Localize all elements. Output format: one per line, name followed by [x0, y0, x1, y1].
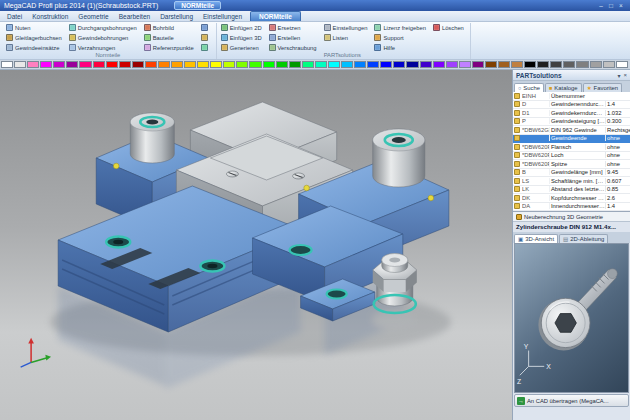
- tab-normteile[interactable]: NORMteile: [250, 11, 301, 21]
- preview-tab[interactable]: ▣3D-Ansicht: [514, 234, 558, 243]
- palette-color-swatch[interactable]: [420, 61, 432, 68]
- property-row[interactable]: D1Gewindekerndurchmesser [mm]1.032: [513, 109, 630, 118]
- ribbon-button[interactable]: Einstellungen: [322, 23, 370, 32]
- menu-item[interactable]: Konstruktion: [27, 12, 73, 21]
- ribbon-button[interactable]: Einfügen 3D: [219, 33, 264, 42]
- palette-color-swatch[interactable]: [576, 61, 588, 68]
- palette-color-swatch[interactable]: [66, 61, 78, 68]
- ribbon-button[interactable]: Generieren: [219, 43, 264, 52]
- palette-color-swatch[interactable]: [289, 61, 301, 68]
- ribbon-button[interactable]: Gewindeeinsätze: [4, 43, 64, 52]
- property-row[interactable]: *DBW62GPT4DIN 962 GewindeRechtsgew...: [513, 126, 630, 135]
- preview-tab[interactable]: ▤2D-Ableitung: [559, 234, 608, 243]
- ribbon-button[interactable]: Durchgangsbohrungen: [67, 23, 139, 32]
- palette-color-swatch[interactable]: [393, 61, 405, 68]
- palette-color-swatch[interactable]: [498, 61, 510, 68]
- palette-color-swatch[interactable]: [616, 61, 628, 68]
- palette-color-swatch[interactable]: [249, 61, 261, 68]
- palette-color-swatch[interactable]: [341, 61, 353, 68]
- ribbon-button[interactable]: Löschen: [431, 23, 466, 32]
- ribbon-button[interactable]: Bauteile: [142, 33, 196, 42]
- ribbon-button[interactable]: Ersetzen: [267, 23, 319, 32]
- property-row[interactable]: DGewindenenndurchmesser [mm]1.4: [513, 101, 630, 110]
- panel-tab[interactable]: ○Suche: [514, 83, 544, 92]
- property-row[interactable]: Gewindeendeohne: [513, 135, 630, 144]
- property-row[interactable]: DKKopfdurchmesser max. [mm]2.6: [513, 194, 630, 203]
- ribbon-button[interactable]: Gleitlagerbuchsen: [4, 33, 64, 42]
- active-tab-badge[interactable]: NORMteile: [174, 1, 221, 10]
- palette-color-swatch[interactable]: [446, 61, 458, 68]
- palette-color-swatch[interactable]: [79, 61, 91, 68]
- palette-color-swatch[interactable]: [236, 61, 248, 68]
- palette-color-swatch[interactable]: [210, 61, 222, 68]
- property-row[interactable]: DAInnendurchmesser der ...1.4: [513, 203, 630, 212]
- ribbon-button[interactable]: Nuten: [4, 23, 64, 32]
- palette-color-swatch[interactable]: [537, 61, 549, 68]
- palette-color-swatch[interactable]: [485, 61, 497, 68]
- palette-color-swatch[interactable]: [524, 61, 536, 68]
- palette-color-swatch[interactable]: [354, 61, 366, 68]
- menu-item[interactable]: Datei: [2, 12, 27, 21]
- palette-color-swatch[interactable]: [158, 61, 170, 68]
- panel-tab[interactable]: ★Favoriten: [583, 83, 623, 92]
- palette-color-swatch[interactable]: [406, 61, 418, 68]
- palette-color-swatch[interactable]: [106, 61, 118, 68]
- palette-color-swatch[interactable]: [171, 61, 183, 68]
- preview-3d[interactable]: Y X Z: [514, 243, 629, 393]
- maximize-icon[interactable]: □: [606, 2, 616, 9]
- ribbon-button[interactable]: [199, 23, 212, 32]
- palette-color-swatch[interactable]: [53, 61, 65, 68]
- menu-item[interactable]: Einstellungen: [198, 12, 247, 21]
- property-row[interactable]: *DBW620PT1Flanschohne: [513, 143, 630, 152]
- palette-color-swatch[interactable]: [132, 61, 144, 68]
- ribbon-button[interactable]: Verschraubung: [267, 43, 319, 52]
- ribbon-button[interactable]: Hilfe: [372, 43, 428, 52]
- palette-color-swatch[interactable]: [40, 61, 52, 68]
- ribbon-button[interactable]: Verzahnungen: [67, 43, 139, 52]
- property-row[interactable]: *DBW620PT2Lochohne: [513, 152, 630, 161]
- panel-close-icon[interactable]: ×: [623, 72, 627, 79]
- ribbon-button[interactable]: Einfügen 2D: [219, 23, 264, 32]
- palette-color-swatch[interactable]: [14, 61, 26, 68]
- palette-color-swatch[interactable]: [197, 61, 209, 68]
- palette-color-swatch[interactable]: [263, 61, 275, 68]
- palette-color-swatch[interactable]: [563, 61, 575, 68]
- recalc-geometry-button[interactable]: Neuberechnung 3D Geometrie: [513, 212, 630, 222]
- close-icon[interactable]: ×: [616, 2, 626, 9]
- palette-color-swatch[interactable]: [328, 61, 340, 68]
- ribbon-button[interactable]: [199, 33, 212, 42]
- ribbon-button[interactable]: Erstellen: [267, 33, 319, 42]
- palette-color-swatch[interactable]: [302, 61, 314, 68]
- property-row[interactable]: *DBW620PT3Spitzeohne: [513, 160, 630, 169]
- panel-menu-icon[interactable]: ▾: [617, 72, 620, 79]
- palette-color-swatch[interactable]: [511, 61, 523, 68]
- palette-color-swatch[interactable]: [119, 61, 131, 68]
- ribbon-button[interactable]: Support: [372, 33, 428, 42]
- palette-color-swatch[interactable]: [315, 61, 327, 68]
- transfer-to-cad-button[interactable]: → An CAD übertragen (MegaCA...: [514, 394, 629, 407]
- palette-color-swatch[interactable]: [590, 61, 602, 68]
- palette-color-swatch[interactable]: [223, 61, 235, 68]
- ribbon-button[interactable]: Referenzpunkte: [142, 43, 196, 52]
- palette-color-swatch[interactable]: [184, 61, 196, 68]
- minimize-icon[interactable]: –: [596, 2, 606, 9]
- menu-item[interactable]: Bearbeiten: [114, 12, 155, 21]
- palette-color-swatch[interactable]: [27, 61, 39, 68]
- menu-item[interactable]: Darstellung: [155, 12, 198, 21]
- palette-color-swatch[interactable]: [459, 61, 471, 68]
- palette-color-swatch[interactable]: [472, 61, 484, 68]
- ribbon-button[interactable]: Lizenz freigeben: [372, 23, 428, 32]
- panel-tab[interactable]: ■Kataloge: [545, 83, 582, 92]
- property-row[interactable]: EINHÜbernummer: [513, 92, 630, 101]
- ribbon-button[interactable]: [199, 43, 212, 52]
- property-row[interactable]: LSSchaftlänge min. [mm]0.607: [513, 177, 630, 186]
- property-row[interactable]: BGewindelänge [mm]9.45: [513, 169, 630, 178]
- palette-color-swatch[interactable]: [603, 61, 615, 68]
- palette-color-swatch[interactable]: [380, 61, 392, 68]
- viewport-3d[interactable]: [0, 70, 512, 420]
- palette-color-swatch[interactable]: [433, 61, 445, 68]
- palette-color-swatch[interactable]: [1, 61, 13, 68]
- palette-color-swatch[interactable]: [93, 61, 105, 68]
- property-row[interactable]: PGewindesteigung [mm]0.300: [513, 118, 630, 127]
- palette-color-swatch[interactable]: [550, 61, 562, 68]
